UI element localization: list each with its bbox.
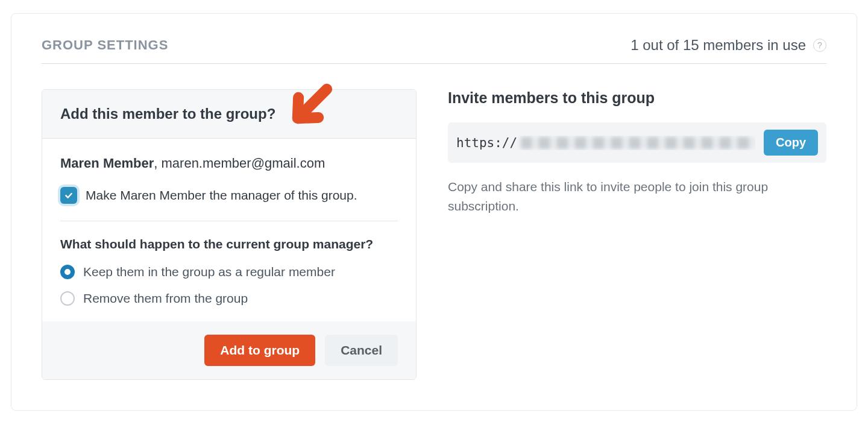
radio-keep-member-label: Keep them in the group as a regular memb… bbox=[83, 265, 335, 279]
radio-remove-member-input[interactable] bbox=[60, 291, 75, 306]
invite-link-prefix: https:// bbox=[456, 136, 517, 150]
section-title: GROUP SETTINGS bbox=[42, 37, 168, 53]
members-usage-text: 1 out of 15 members in use bbox=[631, 37, 806, 54]
member-name: Maren Member bbox=[60, 156, 154, 171]
help-icon[interactable]: ? bbox=[813, 39, 826, 52]
copy-button[interactable]: Copy bbox=[764, 130, 818, 156]
card-header: Add this member to the group? bbox=[42, 90, 416, 139]
invite-link-box: https:// Copy bbox=[448, 122, 826, 163]
add-to-group-button[interactable]: Add to group bbox=[204, 335, 315, 366]
invite-link-text[interactable]: https:// bbox=[456, 136, 755, 150]
check-icon bbox=[64, 191, 74, 200]
invite-link-redacted bbox=[521, 137, 755, 149]
card-body: Maren Member, maren.member@gmail.com Mak… bbox=[42, 139, 416, 321]
members-usage: 1 out of 15 members in use ? bbox=[631, 37, 826, 54]
make-manager-checkbox[interactable] bbox=[60, 187, 77, 204]
make-manager-checkbox-row[interactable]: Make Maren Member the manager of this gr… bbox=[60, 187, 398, 204]
radio-remove-member-label: Remove them from the group bbox=[83, 291, 248, 306]
add-member-card: Add this member to the group? Maren Memb… bbox=[42, 89, 417, 380]
panel-header: GROUP SETTINGS 1 out of 15 members in us… bbox=[42, 14, 826, 64]
member-email: maren.member@gmail.com bbox=[162, 156, 326, 171]
divider bbox=[60, 221, 398, 221]
member-identity: Maren Member, maren.member@gmail.com bbox=[60, 156, 398, 171]
radio-remove-member[interactable]: Remove them from the group bbox=[60, 291, 398, 306]
group-settings-panel: GROUP SETTINGS 1 out of 15 members in us… bbox=[11, 13, 857, 411]
radio-keep-member-input[interactable] bbox=[60, 265, 75, 279]
cancel-button[interactable]: Cancel bbox=[325, 335, 398, 366]
radio-keep-member[interactable]: Keep them in the group as a regular memb… bbox=[60, 265, 398, 279]
invite-section: Invite members to this group https:// Co… bbox=[448, 89, 826, 215]
content-row: Add this member to the group? Maren Memb… bbox=[42, 89, 826, 380]
card-footer: Add to group Cancel bbox=[42, 321, 416, 379]
card-title: Add this member to the group? bbox=[60, 106, 398, 122]
invite-description: Copy and share this link to invite peopl… bbox=[448, 177, 826, 215]
make-manager-label: Make Maren Member the manager of this gr… bbox=[86, 188, 357, 203]
manager-question: What should happen to the current group … bbox=[60, 237, 398, 251]
invite-title: Invite members to this group bbox=[448, 89, 826, 107]
member-sep: , bbox=[154, 156, 161, 171]
